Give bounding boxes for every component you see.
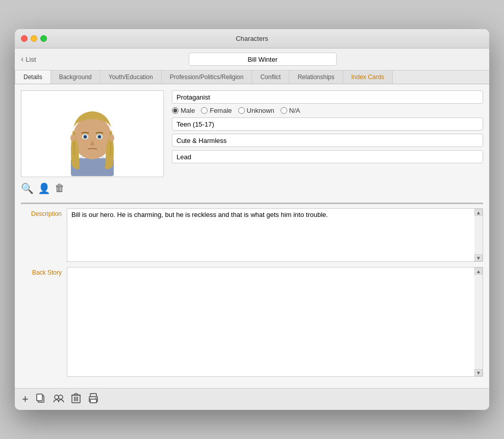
titlebar: Characters [15, 29, 489, 48]
gender-female-radio[interactable] [201, 107, 208, 114]
gender-na-option[interactable]: N/A [281, 107, 300, 114]
character-name-input[interactable] [189, 53, 337, 66]
window-title: Characters [236, 35, 268, 42]
portrait-container: 🔍 👤 🗑 [21, 90, 164, 197]
print-button[interactable] [88, 393, 99, 406]
gender-male-label: Male [181, 107, 195, 114]
gender-unknown-option[interactable]: Unknown [238, 107, 274, 114]
gender-unknown-radio[interactable] [238, 107, 245, 114]
maximize-button[interactable] [40, 35, 47, 42]
bottom-toolbar: + [15, 388, 489, 410]
portrait-icons: 🔍 👤 🗑 [21, 180, 164, 197]
portrait [21, 90, 164, 177]
tab-background[interactable]: Background [51, 70, 100, 84]
main-content: 🔍 👤 🗑 Male Female [15, 84, 489, 388]
character-illustration [49, 92, 136, 176]
person-icon[interactable]: 👤 [38, 182, 51, 194]
backstory-area-container: ▲ ▼ [67, 267, 483, 377]
svg-point-8 [84, 135, 87, 138]
gender-na-radio[interactable] [281, 107, 287, 114]
gender-radio-group: Male Female Unknown N/A [172, 107, 483, 114]
description-scrollbar-track [474, 216, 483, 254]
svg-rect-22 [90, 399, 96, 403]
svg-point-15 [59, 395, 63, 399]
close-button[interactable] [21, 35, 28, 42]
tab-conflict[interactable]: Conflict [252, 70, 289, 84]
age-range-field[interactable] [172, 117, 483, 131]
minimize-button[interactable] [31, 35, 37, 42]
gender-male-option[interactable]: Male [172, 107, 195, 114]
personality-field[interactable] [172, 134, 483, 147]
role-field[interactable] [172, 150, 483, 163]
search-portrait-icon[interactable]: 🔍 [21, 182, 34, 194]
tab-details[interactable]: Details [15, 70, 51, 84]
svg-rect-13 [37, 394, 42, 401]
backstory-section: Back Story ▲ ▼ [21, 267, 483, 377]
toolbar: ‹ List [15, 48, 489, 70]
gender-male-radio[interactable] [172, 107, 179, 114]
gender-female-option[interactable]: Female [201, 107, 232, 114]
character-panel: 🔍 👤 🗑 Male Female [21, 90, 483, 197]
gender-unknown-label: Unknown [247, 107, 274, 114]
archetype-field[interactable] [172, 90, 483, 104]
back-arrow-icon: ‹ [21, 55, 23, 64]
description-area-container: Bill is our hero. He is charming, but he… [67, 208, 483, 262]
gender-female-label: Female [210, 107, 232, 114]
main-window: Characters ‹ List Details Background You… [15, 29, 489, 410]
divider [21, 203, 483, 204]
backstory-scrollbar-up[interactable]: ▲ [474, 267, 483, 275]
backstory-label: Back Story [21, 267, 67, 276]
description-textarea[interactable]: Bill is our hero. He is charming, but he… [67, 209, 483, 260]
svg-point-9 [98, 135, 101, 138]
svg-point-23 [95, 398, 96, 399]
description-scrollbar-down[interactable]: ▼ [474, 254, 483, 261]
backstory-textarea[interactable] [67, 267, 483, 375]
description-section: Description Bill is our hero. He is char… [21, 208, 483, 262]
back-button[interactable]: ‹ List [21, 55, 36, 64]
svg-point-14 [55, 395, 59, 399]
back-label: List [26, 56, 36, 63]
tab-profession[interactable]: Profession/Politics/Religion [162, 70, 253, 84]
description-scrollbar-up[interactable]: ▲ [474, 209, 483, 216]
tab-relationships[interactable]: Relationships [289, 70, 343, 84]
add-button[interactable]: + [22, 393, 29, 406]
description-label: Description [21, 208, 67, 217]
group-button[interactable] [53, 394, 64, 405]
fields-panel: Male Female Unknown N/A [172, 90, 483, 197]
tab-index-cards[interactable]: Index Cards [343, 70, 393, 84]
copy-button[interactable] [36, 393, 46, 406]
tab-youth[interactable]: Youth/Education [100, 70, 162, 84]
backstory-scrollbar-down[interactable]: ▼ [474, 369, 483, 376]
gender-na-label: N/A [289, 107, 300, 114]
tab-bar: Details Background Youth/Education Profe… [15, 70, 489, 84]
backstory-scrollbar-track [474, 275, 483, 369]
delete-portrait-icon[interactable]: 🗑 [55, 182, 65, 194]
traffic-lights [21, 35, 47, 42]
svg-point-10 [70, 134, 75, 141]
delete-button[interactable] [71, 393, 81, 406]
svg-point-11 [109, 134, 114, 141]
